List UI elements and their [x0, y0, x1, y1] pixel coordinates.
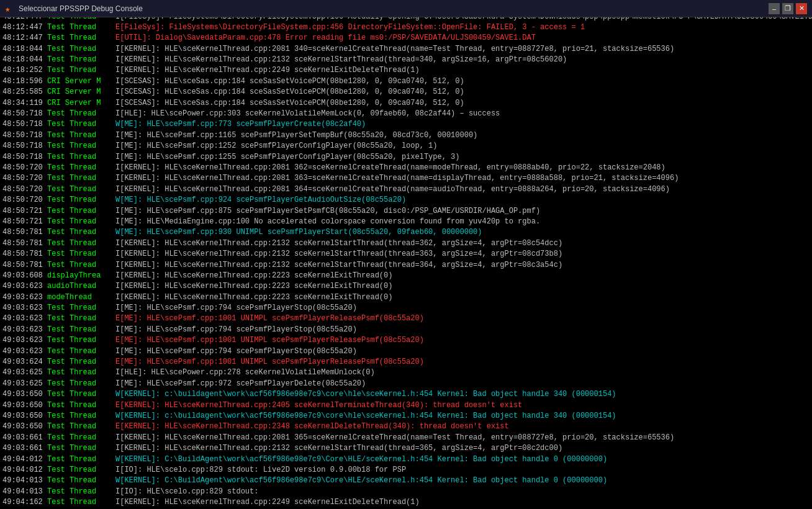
log-line: 48:18:596 CRI Server M I[SCESAS]: HLE\sc… [0, 76, 812, 87]
log-line: 48:18:044 Test Thread I[KERNEL]: HLE\sce… [0, 55, 812, 65]
log-line: 48:50:781 Test Thread W[ME]: HLE\scePsmf… [0, 227, 812, 238]
log-timestamp: 48:50:721 [2, 206, 47, 217]
log-thread: modeThread [47, 292, 115, 303]
log-thread: Test Thread [47, 497, 115, 508]
log-message: W[KERNEL]: C:\BuildAgent\work\acf56f986e… [115, 454, 810, 465]
log-message: I[KERNEL]: HLE\sceKernelThread.cpp:2081 … [115, 184, 810, 195]
log-message: W[ME]: HLE\scePsmf.cpp:924 scePsmfPlayer… [115, 195, 810, 205]
log-timestamp: 49:03:650 [2, 411, 47, 421]
log-timestamp: 49:04:012 [2, 454, 47, 465]
log-thread: Test Thread [47, 454, 115, 465]
log-message: E[ME]: HLE\scePsmf.cpp:1001 UNIMPL scePs… [115, 313, 810, 324]
log-thread: Test Thread [47, 141, 115, 151]
log-line: 48:50:720 Test Thread I[KERNEL]: HLE\sce… [0, 173, 812, 184]
log-line: 48:12:447 Test Thread E[FileSys]: FileSy… [0, 22, 812, 33]
log-message: I[KERNEL]: HLE\sceKernelThread.cpp:2081 … [115, 44, 810, 55]
log-thread: Test Thread [47, 367, 115, 378]
log-timestamp: 48:12:447 [2, 22, 47, 33]
log-thread: Test Thread [47, 152, 115, 163]
log-message: I[IO]: HLE\scelo.cpp:829 stdout: Live2D … [115, 465, 810, 475]
log-line: 48:50:718 Test Thread I[ME]: HLE\scePsmf… [0, 130, 812, 141]
log-timestamp: 48:12:447 [2, 33, 47, 43]
log-line: 49:03:650 Test Thread W[KERNEL]: c:\buil… [0, 389, 812, 400]
log-thread: Test Thread [47, 195, 115, 205]
title-bar-left: ★ Seleccionar PPSSPP Debug Console [5, 4, 143, 14]
log-message: I[KERNEL]: HLE\sceKernelThread.cpp:2223 … [115, 271, 810, 281]
title-bar: ★ Seleccionar PPSSPP Debug Console – ❐ ✕ [0, 0, 812, 17]
log-message: E[FileSys]: FileSystems\DirectoryFileSys… [115, 22, 810, 33]
log-thread: Test Thread [47, 475, 115, 486]
log-line: 48:18:252 Test Thread I[KERNEL]: HLE\sce… [0, 65, 812, 76]
log-thread: CRI Server M [47, 98, 115, 109]
log-timestamp: 49:04:162 [2, 497, 47, 508]
log-thread: Test Thread [47, 400, 115, 411]
log-thread: Test Thread [47, 260, 115, 271]
log-line: 48:25:585 CRI Server M I[SCESAS]: HLE\sc… [0, 87, 812, 97]
log-message: I[SCESAS]: HLE\sceSas.cpp:184 sceSasSetV… [115, 76, 810, 87]
log-message: W[KERNEL]: C:\BuildAgent\work\acf56f986e… [115, 475, 810, 486]
log-message: I[FileSys]: FileSystems\DirectoryFileSys… [115, 17, 812, 22]
log-message: I[KERNEL]: HLE\sceKernelThread.cpp:2081 … [115, 173, 810, 184]
log-timestamp: 48:50:781 [2, 238, 47, 249]
log-message: I[KERNEL]: HLE\sceKernelThread.cpp:2249 … [115, 497, 810, 508]
log-timestamp: 48:12:447 [2, 17, 47, 22]
log-timestamp: 49:03:623 [2, 281, 47, 292]
log-line: 48:50:721 Test Thread I[ME]: HLE\MediaEn… [0, 217, 812, 227]
log-thread: CRI Server M [47, 76, 115, 87]
log-line: 49:03:650 Test Thread E[KERNEL]: HLE\sce… [0, 421, 812, 432]
log-message: E[KERNEL]: HLE\sceKernelThread.cpp:2405 … [115, 400, 810, 411]
log-thread: Test Thread [47, 313, 115, 324]
log-message: I[HLE]: HLE\scePower.cpp:278 sceKernelVo… [115, 367, 810, 378]
log-line: 49:04:012 Test Thread W[KERNEL]: C:\Buil… [0, 454, 812, 465]
log-thread: Test Thread [47, 465, 115, 475]
log-line: 48:50:781 Test Thread I[KERNEL]: HLE\sce… [0, 238, 812, 249]
log-timestamp: 48:50:718 [2, 152, 47, 163]
console-output[interactable]: 48:11:991 Test Thread I[UTIL]: Dialog\PS… [0, 17, 812, 509]
log-line: 49:04:013 Test Thread W[KERNEL]: C:\Buil… [0, 475, 812, 486]
log-timestamp: 48:18:044 [2, 44, 47, 55]
log-line: 49:03:650 Test Thread W[KERNEL]: c:\buil… [0, 411, 812, 421]
log-line: 49:04:013 Test Thread I[IO]: HLE\scelo.c… [0, 487, 812, 497]
log-thread: Test Thread [47, 325, 115, 335]
log-line: 49:03:608 displayThrea I[KERNEL]: HLE\sc… [0, 271, 812, 281]
log-line: 48:12:447 Test Thread E[UTIL]: Dialog\Sa… [0, 33, 812, 43]
log-message: I[KERNEL]: HLE\sceKernelThread.cpp:2223 … [115, 292, 810, 303]
title-bar-controls: – ❐ ✕ [769, 3, 807, 14]
minimize-button[interactable]: – [769, 3, 780, 14]
log-thread: Test Thread [47, 411, 115, 421]
log-timestamp: 48:50:781 [2, 227, 47, 238]
log-thread: Test Thread [47, 379, 115, 389]
log-message: I[KERNEL]: HLE\sceKernelThread.cpp:2132 … [115, 249, 810, 259]
log-message: I[ME]: HLE\scePsmf.cpp:794 scePsmfPlayer… [115, 303, 810, 313]
log-message: I[KERNEL]: HLE\sceKernelThread.cpp:2223 … [115, 281, 810, 292]
log-message: I[ME]: HLE\scePsmf.cpp:794 scePsmfPlayer… [115, 325, 810, 335]
log-timestamp: 49:04:013 [2, 475, 47, 486]
log-line: 48:50:781 Test Thread I[KERNEL]: HLE\sce… [0, 249, 812, 259]
log-message: I[KERNEL]: HLE\sceKernelThread.cpp:2132 … [115, 260, 810, 271]
log-line: 49:03:623 Test Thread I[ME]: HLE\scePsmf… [0, 325, 812, 335]
log-thread: Test Thread [47, 163, 115, 173]
log-timestamp: 49:03:650 [2, 389, 47, 400]
maximize-button[interactable]: ❐ [782, 3, 793, 14]
log-message: W[ME]: HLE\scePsmf.cpp:930 UNIMPL scePsm… [115, 227, 810, 238]
log-timestamp: 49:03:625 [2, 367, 47, 378]
log-timestamp: 48:50:718 [2, 130, 47, 141]
log-thread: Test Thread [47, 443, 115, 454]
log-line: 49:04:162 Test Thread I[KERNEL]: HLE\sce… [0, 497, 812, 508]
log-line: 49:03:623 Test Thread E[ME]: HLE\scePsmf… [0, 335, 812, 346]
log-message: I[ME]: HLE\scePsmf.cpp:1252 scePsmfPlaye… [115, 141, 810, 151]
log-timestamp: 48:50:781 [2, 260, 47, 271]
log-timestamp: 48:50:781 [2, 249, 47, 259]
log-message: E[ME]: HLE\scePsmf.cpp:1001 UNIMPL scePs… [115, 357, 810, 367]
log-thread: Test Thread [47, 55, 115, 65]
log-message: I[ME]: HLE\scePsmf.cpp:794 scePsmfPlayer… [115, 346, 810, 357]
log-timestamp: 49:03:650 [2, 400, 47, 411]
log-line: 49:03:661 Test Thread I[KERNEL]: HLE\sce… [0, 433, 812, 443]
log-timestamp: 48:25:585 [2, 87, 47, 97]
close-button[interactable]: ✕ [796, 3, 807, 14]
log-thread: Test Thread [47, 22, 115, 33]
log-timestamp: 49:03:625 [2, 379, 47, 389]
log-timestamp: 49:03:661 [2, 433, 47, 443]
log-thread: Test Thread [47, 389, 115, 400]
log-line: 48:34:119 CRI Server M I[SCESAS]: HLE\sc… [0, 98, 812, 109]
